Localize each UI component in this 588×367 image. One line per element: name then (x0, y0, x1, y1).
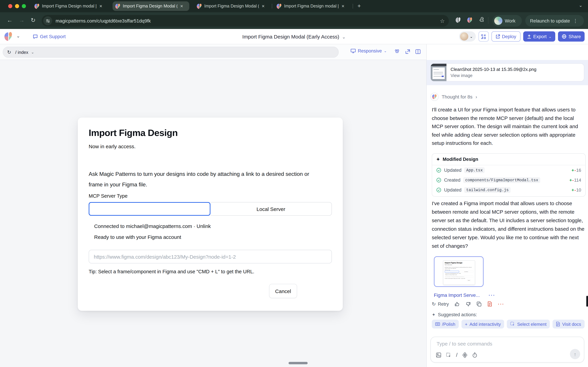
retry-button[interactable]: ↻ Retry (432, 301, 449, 307)
profile-label: Work (505, 18, 516, 23)
design-preview-thumbnail[interactable]: Import Figma Design Now in early access.… (434, 256, 484, 287)
suggestion-label: Add interactivity (469, 322, 501, 327)
extension-magicpatterns-icon[interactable] (467, 17, 473, 23)
components-button[interactable] (478, 31, 489, 42)
bookmark-star-icon[interactable]: ☆ (440, 17, 445, 24)
suggestion-polish[interactable]: /Polish (432, 320, 459, 328)
tab-label: Import Figma Design modal | (42, 4, 96, 8)
route-bar[interactable]: ↻ / index ⌄ (3, 47, 339, 58)
responsive-label: Responsive (358, 48, 382, 53)
browser-tab-1[interactable]: Import Figma Design modal | ✕ (32, 1, 107, 11)
tab-label: Import Figma Design Modal ( (123, 4, 177, 8)
suggestion-select-element[interactable]: Select element (507, 320, 550, 328)
thought-row[interactable]: Thought for 8s › (430, 93, 477, 101)
attach-image-icon[interactable] (436, 352, 441, 358)
tab-close-icon[interactable]: ✕ (341, 4, 344, 8)
profile-button[interactable]: Work (493, 15, 522, 27)
file-change-row[interactable]: Updated tailwind.config.js +-10 (432, 185, 585, 196)
deploy-button[interactable]: Deploy (491, 31, 520, 42)
address-bar[interactable]: magicpatterns.com/c/uqptd6txe3sffar51dq9… (42, 15, 449, 27)
route-chevron-icon[interactable]: ⌄ (31, 50, 34, 54)
export-button[interactable]: Export ⌄ (523, 31, 555, 42)
refresh-preview-icon[interactable]: ↻ (7, 50, 11, 55)
document-red-icon[interactable] (487, 301, 492, 307)
suggestion-add-interactivity[interactable]: + Add interactivity (461, 320, 504, 328)
local-server-tab[interactable]: Local Server (210, 202, 332, 216)
more-actions-icon[interactable]: ··· (498, 301, 504, 307)
select-element-icon[interactable] (446, 352, 451, 358)
figma-url-input[interactable] (89, 250, 332, 263)
tab-close-icon[interactable]: ✕ (180, 4, 183, 8)
open-in-new-tab-icon[interactable] (405, 49, 410, 54)
tab-close-icon[interactable]: ✕ (99, 4, 102, 8)
diff-count: +-114 (569, 177, 581, 183)
components-diamond-icon[interactable] (462, 352, 468, 358)
window-zoom-button[interactable] (22, 4, 26, 8)
window-close-button[interactable] (8, 4, 12, 8)
preview-caption[interactable]: Figma Import Serve... (434, 292, 480, 298)
thought-label: Thought for 8s (442, 94, 473, 100)
message-actions: ↻ Retry ··· (432, 301, 504, 307)
modified-design-card[interactable]: ✦ Modified Design Updated App.tsx +-16 C… (432, 153, 586, 197)
relaunch-label: Relaunch to update (530, 18, 570, 23)
app-header: ⌄ Get Support Import Figma Design Modal … (0, 29, 588, 44)
modal-description: Ask Magic Patterns to turn your designs … (89, 169, 314, 190)
mini-url-input: https://www.figma.com/design/abc123/My-D… (445, 276, 473, 277)
browser-menu-kebab-icon[interactable]: ⋮ (573, 18, 578, 24)
cancel-button[interactable]: Cancel (269, 284, 297, 298)
back-icon[interactable]: ← (7, 17, 13, 24)
thought-expand-icon[interactable]: › (476, 94, 477, 100)
site-settings-icon[interactable] (43, 16, 52, 25)
tab-search-chevron-icon[interactable]: ⌄ (579, 3, 583, 8)
thumbs-down-icon[interactable] (466, 301, 471, 307)
relaunch-to-update-button[interactable]: Relaunch to update ⋮ (525, 15, 584, 27)
tab-label: Import Figma Design modal | (284, 4, 339, 8)
modal-tip: Tip: Select a frame/component in Figma a… (89, 269, 254, 274)
reload-icon[interactable]: ↻ (31, 17, 36, 24)
copy-icon[interactable] (477, 301, 482, 307)
remote-server-tab-selected[interactable] (89, 202, 210, 216)
component-tree-icon[interactable] (394, 49, 400, 55)
account-button[interactable]: ⌄ (459, 31, 476, 42)
preview-more-icon[interactable]: ··· (489, 292, 495, 298)
browser-tab-2-active[interactable]: Import Figma Design Modal ( ✕ (112, 1, 189, 11)
mini-cancel: Cancel (467, 279, 471, 281)
magicpatterns-favicon (34, 4, 40, 9)
browser-tab-3[interactable]: Import Figma Design Modal ( ✕ (194, 1, 269, 11)
responsive-selector[interactable]: Responsive ⌄ (351, 48, 387, 53)
chat-panel: CleanShot 2025-10-13 at 15.35.09@2x.png … (427, 44, 588, 367)
export-chevron-icon: ⌄ (549, 34, 552, 38)
mini-modal-description: Ask Magic Patterns to turn your designs … (445, 267, 473, 269)
send-button[interactable]: ↑ (570, 349, 580, 359)
browser-tab-4[interactable]: Import Figma Design modal | ✕ (274, 1, 351, 11)
file-change-row[interactable]: Created components/FigmaImportModal.tsx … (432, 175, 585, 185)
attachment-card[interactable]: CleanShot 2025-10-13 at 15.35.09@2x.png … (430, 63, 584, 82)
view-image-link[interactable]: View image (451, 73, 536, 78)
suggestion-visit-docs[interactable]: Visit docs (553, 320, 585, 328)
tab-close-icon[interactable]: ✕ (262, 4, 265, 8)
thumbs-up-icon[interactable] (455, 301, 460, 307)
extension-magicpatterns-grey-icon[interactable] (456, 17, 461, 23)
timer-icon[interactable] (473, 352, 477, 358)
forward-icon[interactable]: → (19, 17, 25, 24)
scrollbar-thumb[interactable] (586, 296, 588, 307)
share-button[interactable]: Share (558, 31, 585, 42)
chat-input-box[interactable]: / ↑ (430, 337, 584, 363)
sparkle-icon: ✦ (432, 312, 435, 317)
slash-command-icon[interactable]: / (456, 352, 458, 358)
docs-icon (556, 322, 560, 326)
split-view-icon[interactable] (415, 49, 420, 54)
suggestion-label: Visit docs (562, 322, 581, 327)
canvas-resize-handle[interactable] (289, 362, 308, 364)
file-change-row[interactable]: Updated App.tsx +-16 (432, 165, 585, 175)
connection-status[interactable]: Connected to michael@magicpatterns.com ·… (94, 223, 211, 229)
chat-input[interactable] (436, 340, 553, 347)
new-tab-icon[interactable]: + (358, 3, 361, 9)
window-minimize-button[interactable] (15, 4, 19, 8)
extensions-puzzle-icon[interactable] (479, 17, 485, 23)
import-figma-modal: Import Figma Design Now in early access.… (78, 117, 343, 311)
user-message: CleanShot 2025-10-13 at 15.35.09@2x.png … (427, 60, 588, 85)
mini-local-server: Local Server (459, 271, 473, 272)
mini-tip: Tip: Select a frame/component in Figma a… (445, 278, 473, 279)
share-label: Share (569, 34, 581, 39)
